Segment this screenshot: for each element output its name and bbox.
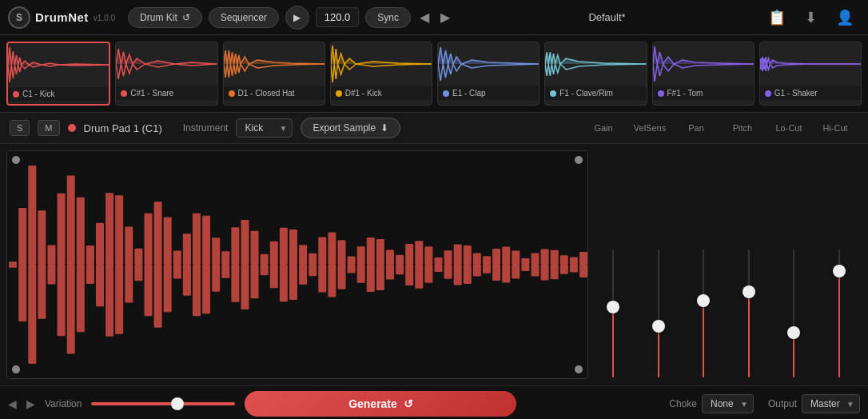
svg-rect-115 <box>560 255 568 265</box>
svg-rect-116 <box>560 265 568 274</box>
svg-rect-48 <box>231 265 239 302</box>
instrument-row: S M Drum Pad 1 (C1) Instrument Kick Snar… <box>0 113 868 144</box>
drumkit-button[interactable]: Drum Kit ↺ <box>128 7 202 28</box>
export-sample-button[interactable]: Export Sample ⬇ <box>301 118 400 138</box>
svg-rect-77 <box>376 239 384 265</box>
slider-thumb-locut[interactable] <box>787 326 800 339</box>
bottom-bar: ◀ ▶ Variation Generate ↺ Choke None ▼ Ou… <box>0 385 868 419</box>
slider-col-hicut[interactable] <box>818 249 861 377</box>
pad-label-text-7: G1 - Shaker <box>774 89 818 98</box>
next-preset-button[interactable]: ▶ <box>438 10 452 25</box>
waveform-handle-tl[interactable] <box>12 156 20 164</box>
solo-button[interactable]: S <box>10 120 30 136</box>
slider-track-hicut[interactable] <box>838 249 840 377</box>
main-area <box>0 144 868 385</box>
params-labels: GainVelSensPanPitchLo-CutHi-Cut <box>580 123 858 133</box>
output-select-wrapper: Master ▼ <box>802 394 860 413</box>
svg-rect-76 <box>367 265 375 292</box>
bpm-display[interactable]: 120.0 <box>316 7 360 27</box>
svg-rect-52 <box>251 265 259 298</box>
sync-button[interactable]: Sync <box>365 7 411 28</box>
svg-rect-102 <box>492 265 500 281</box>
pad-name: Drum Pad 1 (C1) <box>84 122 162 134</box>
waveform-handle-tr[interactable] <box>575 156 583 164</box>
svg-rect-22 <box>106 265 113 337</box>
svg-rect-46 <box>221 265 229 278</box>
slider-col-pitch[interactable] <box>728 249 770 377</box>
generate-label: Generate <box>348 397 397 410</box>
svg-rect-54 <box>261 265 269 275</box>
slider-thumb-gain[interactable] <box>607 301 619 313</box>
slider-col-gain[interactable] <box>592 249 635 377</box>
slider-track-locut[interactable] <box>793 249 794 377</box>
next-variation-button[interactable]: ▶ <box>26 397 35 410</box>
svg-rect-0 <box>7 151 587 378</box>
output-select[interactable]: Master <box>802 394 860 413</box>
pad-label-text-0: C1 - Kick <box>22 90 55 98</box>
generate-button[interactable]: Generate ↺ <box>245 391 516 417</box>
slider-track-pan[interactable] <box>703 249 704 377</box>
slider-track-velsens[interactable] <box>658 249 659 377</box>
waveform-handle-bl[interactable] <box>12 365 20 373</box>
sliders-panel <box>588 144 868 385</box>
svg-rect-12 <box>58 265 66 336</box>
pad-item-cs1[interactable]: C#1 - Snare <box>115 42 217 106</box>
slider-thumb-pitch[interactable] <box>743 285 755 298</box>
slider-col-velsens[interactable] <box>638 249 680 377</box>
slider-thumb-hicut[interactable] <box>833 265 846 277</box>
pad-item-d1[interactable]: D1 - Closed Hat <box>223 42 325 106</box>
param-label-hi-cut: Hi-Cut <box>812 123 858 133</box>
pad-item-ds1[interactable]: D#1 - Kick <box>330 42 432 106</box>
variation-thumb[interactable] <box>171 397 184 410</box>
svg-rect-83 <box>405 244 413 265</box>
variation-slider[interactable] <box>91 402 235 405</box>
waveform-handle-br[interactable] <box>575 365 583 373</box>
svg-rect-79 <box>386 249 394 265</box>
svg-rect-39 <box>193 213 201 265</box>
slider-col-locut[interactable] <box>773 249 815 377</box>
play-button[interactable]: ▶ <box>285 6 309 30</box>
logo-icon: S <box>8 6 30 29</box>
pad-item-e1[interactable]: E1 - Clap <box>437 42 540 106</box>
choke-section: Choke None ▼ Output Master ▼ <box>669 394 860 413</box>
svg-rect-81 <box>396 255 404 265</box>
svg-rect-47 <box>231 227 239 265</box>
svg-rect-117 <box>570 257 578 265</box>
svg-rect-16 <box>77 265 85 332</box>
download-icon: ⬇ <box>805 9 817 26</box>
slider-col-pan[interactable] <box>683 249 725 377</box>
svg-rect-91 <box>444 250 452 265</box>
pad-item-f1[interactable]: F1 - Clave/Rim <box>544 42 647 106</box>
slider-track-gain[interactable] <box>612 249 614 377</box>
bpm-value: 120.0 <box>325 11 351 23</box>
sequencer-button[interactable]: Sequencer <box>209 7 279 28</box>
svg-rect-27 <box>134 249 142 265</box>
waveform-panel[interactable] <box>6 150 588 379</box>
svg-rect-4 <box>18 265 26 321</box>
param-label-pan: Pan <box>673 123 719 133</box>
prev-preset-button[interactable]: ◀ <box>417 10 432 25</box>
svg-rect-119 <box>579 252 587 265</box>
svg-rect-71 <box>348 256 356 265</box>
pad-item-c1[interactable]: C1 - Kick <box>6 42 110 106</box>
download-button[interactable]: ⬇ <box>798 6 823 30</box>
pad-item-fs1[interactable]: F#1 - Tom <box>652 42 755 106</box>
svg-rect-61 <box>299 245 307 265</box>
svg-rect-44 <box>212 265 220 292</box>
instrument-select[interactable]: Kick Snare Hi-Hat Clap <box>236 118 293 138</box>
user-button[interactable]: 👤 <box>830 6 860 30</box>
slider-thumb-pan[interactable] <box>697 294 710 307</box>
slider-thumb-velsens[interactable] <box>652 320 665 333</box>
svg-rect-42 <box>202 265 210 313</box>
mute-button[interactable]: M <box>38 120 59 136</box>
choke-select[interactable]: None <box>702 394 754 413</box>
prev-variation-button[interactable]: ◀ <box>8 397 17 410</box>
export-icon: ⬇ <box>380 122 388 134</box>
pad-item-g1[interactable]: G1 - Shaker <box>759 42 862 106</box>
app-title: DrumNet <box>35 10 89 24</box>
svg-rect-9 <box>47 245 55 265</box>
svg-rect-14 <box>67 265 75 354</box>
pad-waveform-3 <box>331 42 432 86</box>
notes-button[interactable]: 📋 <box>762 6 792 30</box>
slider-track-pitch[interactable] <box>748 249 750 377</box>
